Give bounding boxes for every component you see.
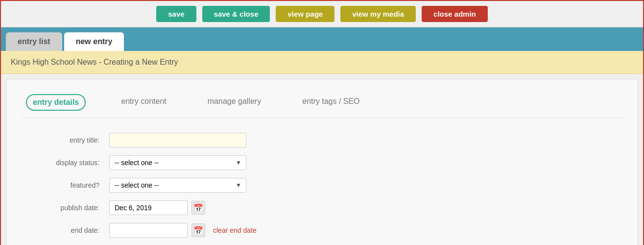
publish-date-wrapper: 📅 xyxy=(109,200,205,215)
tab-bar: entry list new entry xyxy=(1,27,643,51)
entry-title-label: entry title: xyxy=(31,136,109,144)
sub-tab-manage-gallery[interactable]: manage gallery xyxy=(202,94,267,111)
display-status-row: display status: -- select one -- Publish… xyxy=(31,155,613,170)
sub-tab-entry-content[interactable]: entry content xyxy=(115,94,172,111)
featured-row: featured? -- select one -- Yes No xyxy=(31,178,613,193)
sub-tabs: entry details entry content manage galle… xyxy=(21,89,623,118)
display-status-wrapper: -- select one -- Published Unpublished xyxy=(109,155,246,170)
display-status-label: display status: xyxy=(31,159,109,167)
display-status-select[interactable]: -- select one -- Published Unpublished xyxy=(109,155,246,170)
close-admin-button[interactable]: close admin xyxy=(422,6,488,22)
publish-date-label: publish date: xyxy=(31,204,109,212)
tab-entry-list[interactable]: entry list xyxy=(6,32,62,51)
featured-wrapper: -- select one -- Yes No xyxy=(109,178,246,193)
featured-label: featured? xyxy=(31,181,109,189)
view-media-button[interactable]: view my media xyxy=(340,6,416,22)
calendar-glyph-end: 📅 xyxy=(193,226,203,235)
view-page-button[interactable]: view page xyxy=(276,6,334,22)
end-date-row: end date: 📅 clear end date xyxy=(31,223,613,238)
publish-date-calendar-icon[interactable]: 📅 xyxy=(191,201,205,215)
save-button[interactable]: save xyxy=(156,6,196,22)
breadcrumb: Kings High School News - Creating a New … xyxy=(1,51,643,74)
publish-date-row: publish date: 📅 xyxy=(31,200,613,215)
sub-tab-entry-details[interactable]: entry details xyxy=(26,94,86,111)
sub-tab-entry-tags[interactable]: entry tags / SEO xyxy=(296,94,365,111)
entry-title-input[interactable] xyxy=(109,133,246,147)
end-date-wrapper: 📅 clear end date xyxy=(109,223,257,238)
calendar-glyph: 📅 xyxy=(193,203,203,213)
save-close-button[interactable]: save & close xyxy=(202,6,270,22)
end-date-calendar-icon[interactable]: 📅 xyxy=(191,223,205,237)
toolbar: save save & close view page view my medi… xyxy=(1,1,643,27)
main-content: entry details entry content manage galle… xyxy=(6,79,638,245)
publish-date-input[interactable] xyxy=(109,200,188,215)
end-date-input[interactable] xyxy=(109,223,188,238)
entry-title-row: entry title: xyxy=(31,133,613,147)
end-date-label: end date: xyxy=(31,226,109,234)
form-section: entry title: display status: -- select o… xyxy=(21,128,623,245)
tab-new-entry[interactable]: new entry xyxy=(64,32,124,51)
clear-end-date-link[interactable]: clear end date xyxy=(213,226,257,234)
featured-select[interactable]: -- select one -- Yes No xyxy=(109,178,246,193)
